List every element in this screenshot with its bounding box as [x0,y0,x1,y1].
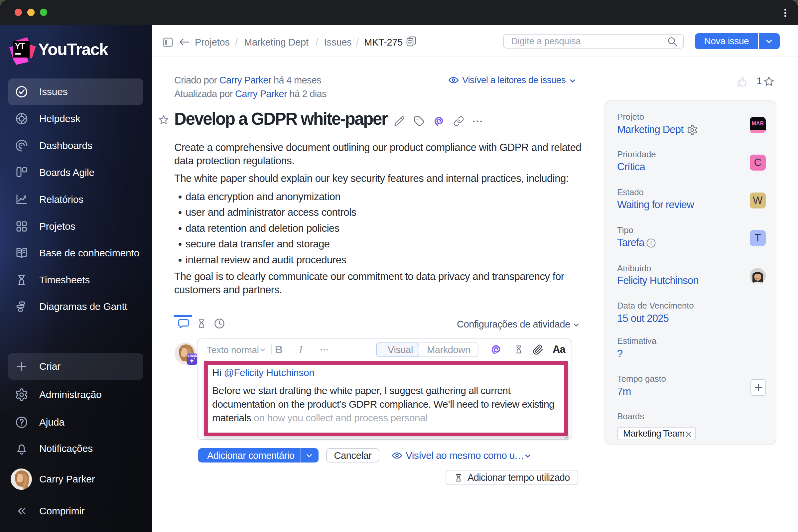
svg-text:uTrack: uTrack [188,354,197,358]
svg-text:YT: YT [15,41,25,51]
